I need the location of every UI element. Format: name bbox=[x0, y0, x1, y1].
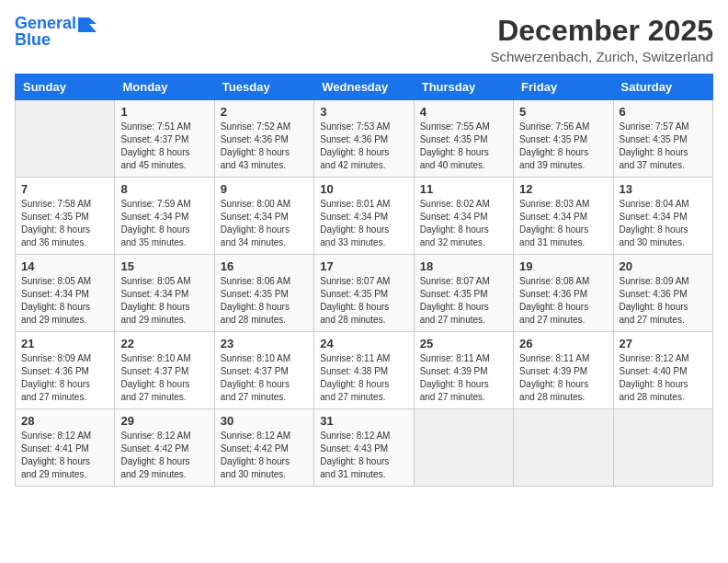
calendar-cell: 11Sunrise: 8:02 AMSunset: 4:34 PMDayligh… bbox=[414, 178, 513, 255]
calendar-cell: 16Sunrise: 8:06 AMSunset: 4:35 PMDayligh… bbox=[214, 255, 313, 332]
day-number: 16 bbox=[221, 259, 308, 273]
day-number: 18 bbox=[420, 259, 507, 273]
day-number: 29 bbox=[120, 414, 208, 428]
calendar-cell: 1Sunrise: 7:51 AMSunset: 4:37 PMDaylight… bbox=[115, 100, 214, 178]
day-info: Sunrise: 8:05 AMSunset: 4:34 PMDaylight:… bbox=[21, 275, 108, 327]
calendar-cell: 12Sunrise: 8:03 AMSunset: 4:34 PMDayligh… bbox=[514, 178, 613, 255]
day-info: Sunrise: 8:07 AMSunset: 4:35 PMDaylight:… bbox=[420, 275, 507, 327]
calendar-cell: 25Sunrise: 8:11 AMSunset: 4:39 PMDayligh… bbox=[414, 332, 513, 409]
location: Schwerzenbach, Zurich, Switzerland bbox=[490, 49, 713, 64]
day-number: 3 bbox=[320, 105, 407, 119]
day-number: 24 bbox=[320, 337, 407, 350]
day-number: 9 bbox=[221, 182, 308, 196]
calendar-cell bbox=[613, 409, 712, 487]
calendar-cell: 27Sunrise: 8:12 AMSunset: 4:40 PMDayligh… bbox=[613, 332, 712, 409]
day-info: Sunrise: 8:00 AMSunset: 4:34 PMDaylight:… bbox=[221, 198, 308, 249]
day-number: 31 bbox=[320, 414, 407, 428]
day-number: 27 bbox=[620, 337, 707, 350]
day-info: Sunrise: 8:07 AMSunset: 4:35 PMDaylight:… bbox=[320, 275, 407, 327]
calendar-cell: 29Sunrise: 8:12 AMSunset: 4:42 PMDayligh… bbox=[115, 409, 214, 487]
calendar-cell: 26Sunrise: 8:11 AMSunset: 4:39 PMDayligh… bbox=[514, 332, 613, 409]
day-number: 23 bbox=[221, 337, 308, 350]
month-title: December 2025 bbox=[490, 15, 713, 47]
day-info: Sunrise: 8:12 AMSunset: 4:42 PMDaylight:… bbox=[221, 430, 308, 481]
calendar-cell: 31Sunrise: 8:12 AMSunset: 4:43 PMDayligh… bbox=[314, 409, 414, 487]
calendar-cell: 4Sunrise: 7:55 AMSunset: 4:35 PMDaylight… bbox=[414, 100, 513, 178]
calendar-cell: 19Sunrise: 8:08 AMSunset: 4:36 PMDayligh… bbox=[514, 255, 613, 332]
day-info: Sunrise: 8:12 AMSunset: 4:42 PMDaylight:… bbox=[120, 430, 208, 481]
day-number: 1 bbox=[120, 105, 208, 119]
logo-icon bbox=[78, 17, 97, 32]
header-monday: Monday bbox=[115, 75, 214, 100]
day-info: Sunrise: 8:06 AMSunset: 4:35 PMDaylight:… bbox=[221, 275, 308, 327]
day-number: 22 bbox=[120, 337, 208, 350]
day-number: 2 bbox=[221, 105, 308, 119]
day-info: Sunrise: 7:57 AMSunset: 4:35 PMDaylight:… bbox=[620, 121, 707, 172]
calendar-cell: 15Sunrise: 8:05 AMSunset: 4:34 PMDayligh… bbox=[115, 255, 214, 332]
day-number: 15 bbox=[120, 259, 208, 273]
header-thursday: Thursday bbox=[414, 75, 513, 100]
calendar-cell: 6Sunrise: 7:57 AMSunset: 4:35 PMDaylight… bbox=[613, 100, 712, 178]
calendar-cell: 8Sunrise: 7:59 AMSunset: 4:34 PMDaylight… bbox=[115, 178, 214, 255]
calendar-cell: 10Sunrise: 8:01 AMSunset: 4:34 PMDayligh… bbox=[314, 178, 414, 255]
day-number: 7 bbox=[21, 182, 108, 196]
calendar-cell: 17Sunrise: 8:07 AMSunset: 4:35 PMDayligh… bbox=[314, 255, 414, 332]
calendar-cell: 20Sunrise: 8:09 AMSunset: 4:36 PMDayligh… bbox=[613, 255, 712, 332]
day-number: 5 bbox=[519, 105, 607, 119]
day-info: Sunrise: 8:02 AMSunset: 4:34 PMDaylight:… bbox=[420, 198, 507, 249]
calendar-cell: 22Sunrise: 8:10 AMSunset: 4:37 PMDayligh… bbox=[115, 332, 214, 409]
day-number: 8 bbox=[120, 182, 208, 196]
day-number: 20 bbox=[620, 259, 707, 273]
calendar-cell bbox=[414, 409, 513, 487]
title-area: December 2025 Schwerzenbach, Zurich, Swi… bbox=[490, 15, 713, 64]
day-info: Sunrise: 8:12 AMSunset: 4:43 PMDaylight:… bbox=[320, 430, 407, 481]
day-info: Sunrise: 8:11 AMSunset: 4:38 PMDaylight:… bbox=[320, 352, 407, 404]
day-info: Sunrise: 8:10 AMSunset: 4:37 PMDaylight:… bbox=[221, 352, 308, 404]
day-info: Sunrise: 8:08 AMSunset: 4:36 PMDaylight:… bbox=[519, 275, 607, 327]
calendar-table: SundayMondayTuesdayWednesdayThursdayFrid… bbox=[15, 74, 713, 487]
calendar-cell: 14Sunrise: 8:05 AMSunset: 4:34 PMDayligh… bbox=[16, 255, 115, 332]
day-number: 14 bbox=[21, 259, 108, 273]
day-number: 19 bbox=[519, 259, 607, 273]
day-info: Sunrise: 8:01 AMSunset: 4:34 PMDaylight:… bbox=[320, 198, 407, 249]
day-info: Sunrise: 8:04 AMSunset: 4:34 PMDaylight:… bbox=[620, 198, 707, 249]
calendar-cell: 3Sunrise: 7:53 AMSunset: 4:36 PMDaylight… bbox=[314, 100, 414, 178]
header-wednesday: Wednesday bbox=[314, 75, 414, 100]
day-info: Sunrise: 8:12 AMSunset: 4:40 PMDaylight:… bbox=[620, 352, 707, 404]
calendar-cell: 21Sunrise: 8:09 AMSunset: 4:36 PMDayligh… bbox=[16, 332, 115, 409]
day-number: 26 bbox=[519, 337, 607, 350]
calendar-cell bbox=[514, 409, 613, 487]
page-header: General Blue December 2025 Schwerzenbach… bbox=[15, 15, 713, 64]
week-row-5: 28Sunrise: 8:12 AMSunset: 4:41 PMDayligh… bbox=[16, 409, 713, 487]
day-number: 11 bbox=[420, 182, 507, 196]
day-info: Sunrise: 8:12 AMSunset: 4:41 PMDaylight:… bbox=[21, 430, 108, 481]
day-info: Sunrise: 7:55 AMSunset: 4:35 PMDaylight:… bbox=[420, 121, 507, 172]
day-number: 17 bbox=[320, 259, 407, 273]
day-info: Sunrise: 8:11 AMSunset: 4:39 PMDaylight:… bbox=[519, 352, 607, 404]
day-info: Sunrise: 7:52 AMSunset: 4:36 PMDaylight:… bbox=[221, 121, 308, 172]
calendar-cell: 18Sunrise: 8:07 AMSunset: 4:35 PMDayligh… bbox=[414, 255, 513, 332]
day-number: 10 bbox=[320, 182, 407, 196]
calendar-cell: 23Sunrise: 8:10 AMSunset: 4:37 PMDayligh… bbox=[214, 332, 313, 409]
day-number: 12 bbox=[519, 182, 607, 196]
calendar-cell: 24Sunrise: 8:11 AMSunset: 4:38 PMDayligh… bbox=[314, 332, 414, 409]
header-tuesday: Tuesday bbox=[214, 75, 313, 100]
svg-marker-0 bbox=[78, 17, 97, 32]
logo: General Blue bbox=[15, 15, 97, 50]
day-info: Sunrise: 7:56 AMSunset: 4:35 PMDaylight:… bbox=[519, 121, 607, 172]
calendar-cell: 2Sunrise: 7:52 AMSunset: 4:36 PMDaylight… bbox=[214, 100, 313, 178]
calendar-cell: 13Sunrise: 8:04 AMSunset: 4:34 PMDayligh… bbox=[613, 178, 712, 255]
day-info: Sunrise: 8:10 AMSunset: 4:37 PMDaylight:… bbox=[120, 352, 208, 404]
calendar-cell: 28Sunrise: 8:12 AMSunset: 4:41 PMDayligh… bbox=[16, 409, 115, 487]
day-number: 4 bbox=[420, 105, 507, 119]
day-info: Sunrise: 7:58 AMSunset: 4:35 PMDaylight:… bbox=[21, 198, 108, 249]
calendar-cell: 30Sunrise: 8:12 AMSunset: 4:42 PMDayligh… bbox=[214, 409, 313, 487]
week-row-2: 7Sunrise: 7:58 AMSunset: 4:35 PMDaylight… bbox=[16, 178, 713, 255]
day-info: Sunrise: 8:11 AMSunset: 4:39 PMDaylight:… bbox=[420, 352, 507, 404]
header-friday: Friday bbox=[514, 75, 613, 100]
day-info: Sunrise: 7:51 AMSunset: 4:37 PMDaylight:… bbox=[120, 121, 208, 172]
week-row-3: 14Sunrise: 8:05 AMSunset: 4:34 PMDayligh… bbox=[16, 255, 713, 332]
calendar-cell bbox=[16, 100, 115, 178]
week-row-4: 21Sunrise: 8:09 AMSunset: 4:36 PMDayligh… bbox=[16, 332, 713, 409]
calendar-cell: 7Sunrise: 7:58 AMSunset: 4:35 PMDaylight… bbox=[16, 178, 115, 255]
